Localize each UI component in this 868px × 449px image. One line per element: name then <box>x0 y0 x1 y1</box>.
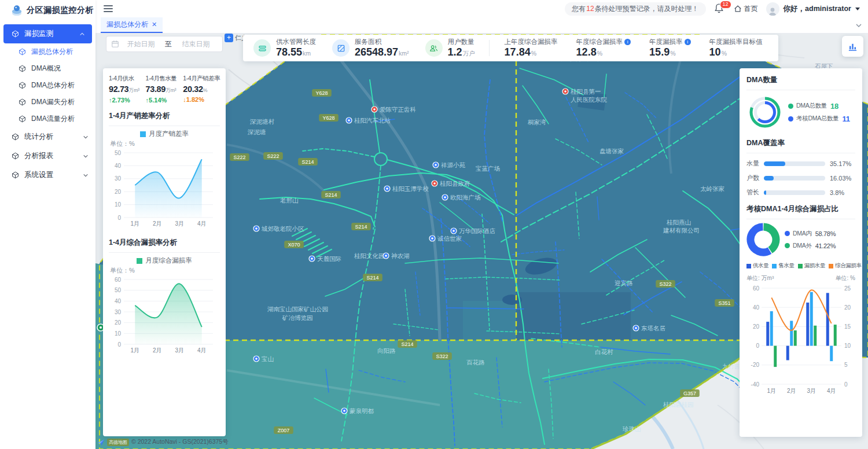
sidebar-subitem-4[interactable]: DMA流量分析 <box>0 111 95 127</box>
info-icon[interactable]: i <box>624 39 631 45</box>
svg-text:东塔名居: 东塔名居 <box>641 325 666 332</box>
svg-text:S214: S214 <box>401 341 413 347</box>
map-attribution: 高德地图 © 2022 AutoNavi - GS(2021)6375号 <box>97 438 229 446</box>
chart-toggle-button[interactable] <box>842 36 863 57</box>
ratio-donut <box>746 223 780 256</box>
tabbar-chevron-icon[interactable] <box>855 22 862 29</box>
legend-row: DMA外41.22% <box>785 242 855 250</box>
user-menu[interactable]: 你好，administrator <box>766 2 860 16</box>
rate-value: 15.9% <box>649 46 691 58</box>
svg-text:S222: S222 <box>267 153 279 159</box>
notice-prefix: 您有 <box>572 4 586 14</box>
legend-row: 考核DMA总数量11 <box>788 115 855 123</box>
svg-text:60: 60 <box>753 285 760 292</box>
sidebar-item-1[interactable]: 统计分析 <box>0 127 95 146</box>
topbar: 您有12条待处理预警记录，请及时处理！ 12 首页 你好，administrat… <box>95 0 868 17</box>
svg-text:20: 20 <box>115 189 122 195</box>
cube-icon <box>12 152 19 160</box>
svg-text:S222: S222 <box>233 154 245 160</box>
cube-icon <box>19 115 26 123</box>
date-range-picker[interactable]: 开始日期 至 结束日期 <box>106 36 223 52</box>
cube-icon <box>12 171 19 179</box>
svg-text:人民医院东院: 人民医院东院 <box>571 96 608 103</box>
svg-text:4月: 4月 <box>197 347 207 354</box>
home-icon <box>734 5 742 13</box>
home-label: 首页 <box>744 4 758 14</box>
dma-count-block: DMA总数量18考核DMA总数量11 <box>746 94 855 131</box>
cube-icon <box>19 82 26 89</box>
svg-text:50: 50 <box>115 287 122 293</box>
bell-icon[interactable]: 12 <box>714 3 726 14</box>
tabbar: 漏损总体分析 ✕ <box>95 17 868 34</box>
svg-text:2月: 2月 <box>153 220 162 227</box>
sidebar-subitem-label: DMA流量分析 <box>31 114 89 124</box>
logo-icon <box>10 5 23 16</box>
menu-collapse-icon[interactable] <box>104 3 113 14</box>
combo-legend-item[interactable]: 综合漏损率 <box>829 262 862 270</box>
svg-text:3月: 3月 <box>175 347 184 354</box>
sidebar: 分区漏损监控分析 漏损监测漏损总体分析DMA概况DMA总体分析DMA漏失分析DM… <box>0 0 95 449</box>
svg-text:S214: S214 <box>355 224 367 230</box>
combo-legend-item[interactable]: 售水量 <box>772 262 794 270</box>
lkg-legend: 月度综合漏损率 <box>109 256 220 265</box>
svg-text:10: 10 <box>115 201 122 208</box>
sidebar-item-3[interactable]: 系统设置 <box>0 165 95 185</box>
svg-text:0: 0 <box>117 341 121 348</box>
combo-right-unit: 单位: % <box>836 274 855 282</box>
left-analysis-panel: 1-4月供水92.73万m³↑2.73%1-4月售水量73.89万m³↑5.14… <box>103 68 226 436</box>
lkg-unit: 单位：% <box>110 266 220 275</box>
svg-text:向阳路: 向阳路 <box>377 347 396 354</box>
cube-icon <box>19 48 26 56</box>
tab-leakage-analysis[interactable]: 漏损总体分析 ✕ <box>101 17 163 33</box>
svg-text:20: 20 <box>115 319 122 326</box>
svg-text:祥源小苑: 祥源小苑 <box>441 161 466 168</box>
area-icon <box>332 39 350 57</box>
sidebar-subitem-label: DMA概况 <box>31 64 89 73</box>
psc-legend: 月度产销差率 <box>109 130 220 138</box>
legend-swatch <box>137 258 142 264</box>
rate-label: 年度漏损率目标值 <box>709 38 763 46</box>
svg-text:桂阳县政府: 桂阳县政府 <box>439 180 470 187</box>
notice-count: 12 <box>586 5 594 13</box>
sidebar-item-0[interactable]: 漏损监测 <box>3 24 92 43</box>
svg-text:5: 5 <box>844 362 848 368</box>
svg-text:0: 0 <box>117 215 121 221</box>
sidebar-subitem-2[interactable]: DMA总体分析 <box>0 77 95 94</box>
rate-value: 17.84% <box>505 46 558 58</box>
lkg-line-chart: 01020304050601月2月3月4月 <box>109 275 219 355</box>
sidebar-menu: 漏损监测漏损总体分析DMA概况DMA总体分析DMA漏失分析DMA流量分析统计分析… <box>0 21 95 185</box>
tab-close-icon[interactable]: ✕ <box>152 21 157 28</box>
svg-text:诚信世家: 诚信世家 <box>437 235 462 242</box>
sidebar-subitem-3[interactable]: DMA漏失分析 <box>0 94 95 111</box>
svg-text:盘塘张家: 盘塘张家 <box>599 148 624 154</box>
combo-legend-item[interactable]: 漏损水量 <box>798 262 825 270</box>
combo-legend-item[interactable]: 供水量 <box>746 262 768 270</box>
start-date-input[interactable]: 开始日期 <box>119 39 163 49</box>
right-dma-panel: DMA数量 DMA总数量18考核DMA总数量11 DMA覆盖率 水量35.17%… <box>740 68 862 437</box>
svg-text:建材有限公司: 建材有限公司 <box>663 227 700 234</box>
alert-notice[interactable]: 您有12条待处理预警记录，请及时处理！ <box>565 2 705 16</box>
sidebar-subitem-label: 漏损总体分析 <box>31 47 89 57</box>
sidebar-subitem-0[interactable]: 漏损总体分析 <box>0 43 95 60</box>
sidebar-subitem-1[interactable]: DMA概况 <box>0 60 95 77</box>
svg-text:40: 40 <box>753 304 760 311</box>
rate-label: 年度漏损率i <box>649 38 691 46</box>
sidebar-item-2[interactable]: 分析报表 <box>0 146 95 165</box>
home-button[interactable]: 首页 <box>734 4 758 14</box>
kpi-1: 1-4月售水量73.89万m³↑5.14% <box>146 75 177 104</box>
svg-text:4月: 4月 <box>197 220 207 227</box>
rate-item-1: 年度综合漏损率i12.8% <box>567 38 641 58</box>
dma-count-legend: DMA总数量18考核DMA总数量11 <box>788 98 855 127</box>
svg-text:矿冶博览园: 矿冶博览园 <box>282 314 313 321</box>
svg-text:桂阳县第一: 桂阳县第一 <box>570 88 601 95</box>
end-date-input[interactable]: 结束日期 <box>174 39 218 49</box>
svg-text:桂阳玉潭学校: 桂阳玉潭学校 <box>392 185 429 192</box>
info-icon[interactable]: i <box>685 39 691 45</box>
legend-row: DMA总数量18 <box>788 102 855 111</box>
svg-text:湖南宝山国家矿山公园: 湖南宝山国家矿山公园 <box>267 306 328 312</box>
svg-text:25: 25 <box>844 285 851 292</box>
coverage-row: 户数16.03% <box>746 174 855 182</box>
zoom-in-icon[interactable]: + <box>225 34 233 42</box>
stat-item-2: 用户数量1.2万户 <box>417 38 483 58</box>
svg-text:万华国际酒店: 万华国际酒店 <box>459 227 496 234</box>
